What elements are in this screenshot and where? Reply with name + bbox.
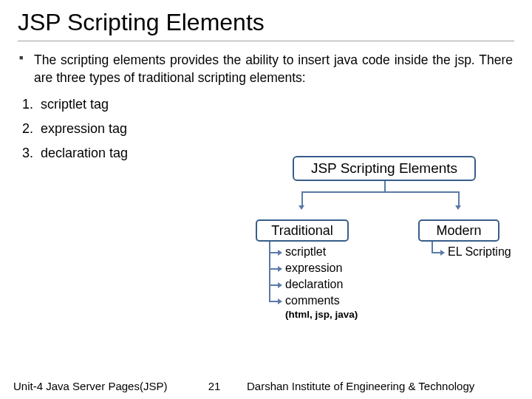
connector-line: [269, 242, 270, 301]
connector-line: [384, 181, 386, 191]
arrow-icon: [440, 250, 445, 256]
intro-paragraph: The scripting elements provides the abil…: [18, 52, 514, 86]
leaf-scriptlet: scriptlet: [285, 245, 326, 259]
list-number: 1.: [22, 97, 37, 112]
connector-line: [301, 191, 303, 206]
list-number: 2.: [22, 121, 37, 137]
footer-page-number: 21: [192, 380, 236, 392]
list-label: declaration tag: [41, 146, 128, 160]
diagram-root-box: JSP Scripting Elements: [293, 156, 476, 181]
connector-line: [458, 191, 460, 206]
arrow-icon: [278, 282, 282, 288]
hierarchy-diagram: JSP Scripting Elements Traditional Moder…: [251, 151, 517, 321]
leaf-el-scripting: EL Scripting: [448, 245, 511, 259]
leaf-declaration: declaration: [285, 278, 343, 291]
list-number: 3.: [22, 146, 37, 161]
arrow-icon: [455, 205, 461, 210]
list-label: scriptlet tag: [41, 97, 109, 112]
arrow-icon: [278, 250, 282, 256]
slide-footer: Unit-4 Java Server Pages(JSP) 21 Darshan…: [0, 372, 532, 399]
footer-organization: Darshan Institute of Engineering & Techn…: [236, 380, 532, 392]
diagram-traditional-box: Traditional: [256, 219, 349, 242]
list-item: 1. scriptlet tag: [22, 97, 514, 112]
footer-unit: Unit-4 Java Server Pages(JSP): [0, 380, 192, 392]
list-item: 2. expression tag: [22, 121, 514, 137]
arrow-icon: [278, 299, 282, 304]
list-label: expression tag: [41, 121, 127, 136]
slide-title: JSP Scripting Elements: [18, 9, 514, 41]
leaf-expression: expression: [285, 262, 342, 275]
leaf-comments-note: (html, jsp, java): [285, 309, 358, 320]
connector-line: [301, 191, 460, 193]
leaf-comments: comments: [285, 294, 340, 307]
arrow-icon: [299, 205, 304, 210]
arrow-icon: [278, 266, 282, 272]
diagram-modern-box: Modern: [418, 219, 499, 242]
